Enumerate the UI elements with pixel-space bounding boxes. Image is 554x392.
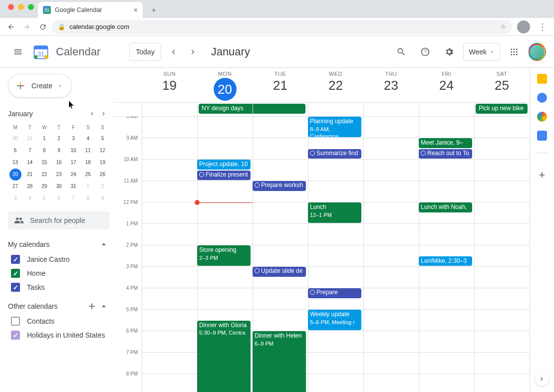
google-apps-icon[interactable] bbox=[504, 42, 524, 62]
task-event[interactable]: Finalize present bbox=[197, 171, 251, 181]
mini-day[interactable]: 7 bbox=[22, 145, 37, 157]
mini-day[interactable]: 7 bbox=[66, 193, 81, 204]
mini-day[interactable]: 10 bbox=[66, 145, 81, 157]
my-calendars-header[interactable]: My calendars bbox=[8, 236, 110, 252]
day-header[interactable]: SAT25 bbox=[474, 68, 530, 102]
mini-day[interactable]: 21 bbox=[22, 169, 37, 181]
day-header[interactable]: MON20 bbox=[197, 68, 253, 102]
mini-day[interactable]: 23 bbox=[51, 169, 66, 181]
mini-day[interactable]: 31 bbox=[22, 133, 37, 145]
mini-prev-button[interactable] bbox=[86, 108, 98, 120]
mini-day[interactable]: 3 bbox=[66, 133, 81, 145]
calendar-item[interactable]: ✓Holidays in United States bbox=[8, 328, 110, 342]
task-event[interactable]: Summarize find bbox=[308, 149, 361, 159]
allday-cell[interactable]: Pick up new bike bbox=[474, 103, 530, 116]
calendar-event[interactable]: Project update, 10 bbox=[197, 160, 251, 170]
allday-cell[interactable] bbox=[363, 103, 419, 116]
checkbox[interactable]: ✓ bbox=[11, 255, 20, 264]
mini-day[interactable]: 15 bbox=[37, 157, 51, 169]
mini-day[interactable]: 29 bbox=[37, 181, 51, 193]
mini-day[interactable]: 1 bbox=[81, 181, 95, 193]
today-button[interactable]: Today bbox=[129, 43, 161, 61]
task-event[interactable]: Update slide de bbox=[253, 267, 306, 277]
forward-button[interactable] bbox=[20, 20, 34, 34]
calendar-item[interactable]: ✓Tasks bbox=[8, 280, 110, 294]
allday-cell[interactable] bbox=[308, 103, 363, 116]
search-people-input[interactable]: Search for people bbox=[8, 211, 110, 229]
keep-icon[interactable] bbox=[537, 74, 547, 84]
minimize-window[interactable] bbox=[18, 4, 24, 10]
calendar-event[interactable]: Lunch with Noah, ... bbox=[419, 202, 472, 212]
checkbox[interactable] bbox=[11, 317, 20, 326]
browser-menu-icon[interactable]: ⋮ bbox=[535, 21, 550, 32]
calendar-event[interactable]: Lori/Mike, 2:30–3 bbox=[419, 256, 472, 266]
mini-next-button[interactable] bbox=[98, 108, 110, 120]
bookmark-star-icon[interactable]: ☆ bbox=[500, 23, 506, 30]
mini-day[interactable]: 5 bbox=[95, 133, 110, 145]
checkbox[interactable]: ✓ bbox=[11, 269, 20, 278]
close-window[interactable] bbox=[8, 4, 14, 10]
day-header[interactable]: FRI24 bbox=[419, 68, 474, 102]
mini-day[interactable]: 22 bbox=[37, 169, 51, 181]
meet-icon[interactable] bbox=[537, 131, 547, 141]
browser-tab[interactable]: 31 Google Calendar × bbox=[38, 2, 143, 18]
calendar-event[interactable]: Dinner with Gloria5:30–9 PM, Centra bbox=[197, 321, 251, 392]
mini-day[interactable]: 24 bbox=[66, 169, 81, 181]
mini-day[interactable]: 9 bbox=[95, 193, 110, 204]
calendar-item[interactable]: ✓Home bbox=[8, 266, 110, 280]
day-header[interactable]: THU23 bbox=[363, 68, 419, 102]
omnibox[interactable]: 🔒 calendar.google.com ☆ bbox=[52, 20, 512, 34]
mini-day[interactable]: 31 bbox=[66, 181, 81, 193]
search-icon[interactable] bbox=[391, 42, 411, 62]
mini-day[interactable]: 19 bbox=[95, 157, 110, 169]
maps-icon[interactable] bbox=[537, 112, 547, 122]
close-tab-icon[interactable]: × bbox=[134, 6, 138, 14]
profile-avatar[interactable] bbox=[517, 20, 530, 33]
reload-button[interactable] bbox=[36, 20, 50, 34]
calendar-item[interactable]: ✓Janice Castro bbox=[8, 252, 110, 266]
collapse-panel-button[interactable] bbox=[535, 372, 549, 386]
calendar-event[interactable]: Store opening2–3 PM bbox=[197, 245, 251, 266]
mini-day[interactable]: 30 bbox=[51, 181, 66, 193]
mini-day[interactable]: 18 bbox=[81, 157, 95, 169]
mini-day[interactable]: 13 bbox=[8, 157, 22, 169]
mini-day[interactable]: 11 bbox=[81, 145, 95, 157]
calendar-event[interactable]: Planning update8–9 AM, Conference bbox=[308, 117, 361, 137]
mini-day[interactable]: 12 bbox=[95, 145, 110, 157]
mini-day[interactable]: 2 bbox=[51, 133, 66, 145]
day-header[interactable]: SUN19 bbox=[142, 68, 197, 102]
new-tab-button[interactable]: + bbox=[147, 3, 161, 17]
calendar-item[interactable]: Contacts bbox=[8, 314, 110, 328]
mini-day[interactable]: 28 bbox=[22, 181, 37, 193]
maximize-window[interactable] bbox=[28, 4, 34, 10]
task-event[interactable]: Reach out to To bbox=[419, 149, 472, 159]
tasks-icon[interactable] bbox=[537, 93, 547, 103]
checkbox[interactable]: ✓ bbox=[11, 331, 20, 340]
main-menu-icon[interactable] bbox=[8, 42, 28, 62]
calendar-event[interactable]: Lunch12–1 PM bbox=[308, 202, 361, 223]
mini-day[interactable]: 30 bbox=[8, 133, 22, 145]
mini-day[interactable]: 5 bbox=[37, 193, 51, 204]
mini-day[interactable]: 26 bbox=[95, 169, 110, 181]
mini-day[interactable]: 4 bbox=[81, 133, 95, 145]
day-header[interactable]: TUE21 bbox=[253, 68, 308, 102]
task-event[interactable]: Prepare worksh bbox=[253, 181, 306, 191]
allday-event[interactable]: Pick up new bike bbox=[476, 104, 528, 114]
calendar-event[interactable]: Meet Janice, 9–9:... bbox=[419, 138, 472, 148]
allday-cell[interactable] bbox=[142, 103, 197, 116]
allday-cell[interactable] bbox=[253, 103, 308, 116]
account-avatar[interactable] bbox=[528, 43, 546, 61]
mini-day[interactable]: 1 bbox=[37, 133, 51, 145]
allday-cell[interactable]: NY design days bbox=[197, 103, 253, 116]
mini-day[interactable]: 14 bbox=[22, 157, 37, 169]
mini-day[interactable]: 3 bbox=[8, 193, 22, 204]
prev-period-button[interactable] bbox=[165, 44, 181, 60]
mini-day[interactable]: 25 bbox=[81, 169, 95, 181]
mini-day[interactable]: 8 bbox=[81, 193, 95, 204]
checkbox[interactable]: ✓ bbox=[11, 283, 20, 292]
create-button[interactable]: Create bbox=[8, 74, 72, 98]
mini-day[interactable]: 16 bbox=[51, 157, 66, 169]
mini-day[interactable]: 9 bbox=[51, 145, 66, 157]
allday-cell[interactable] bbox=[419, 103, 474, 116]
next-period-button[interactable] bbox=[185, 44, 201, 60]
